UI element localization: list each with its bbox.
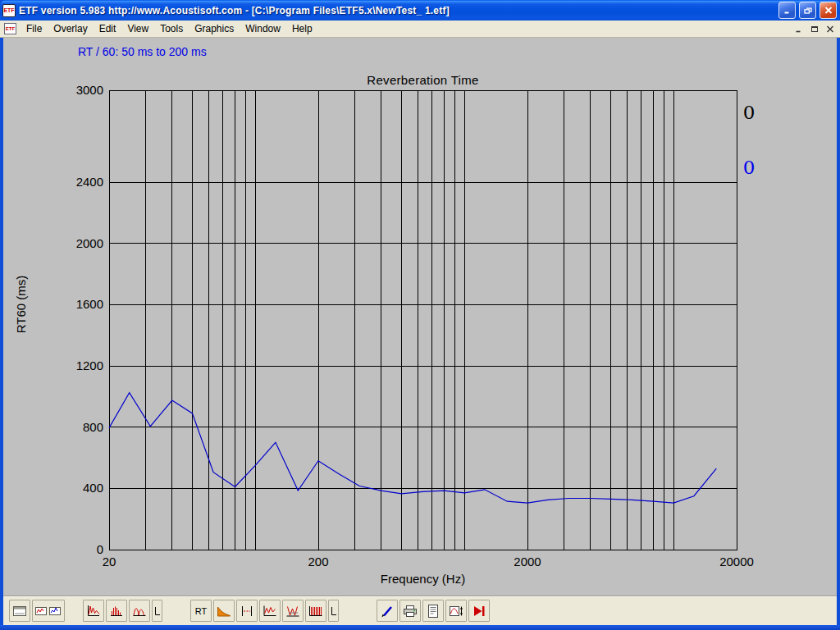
rt60-series-line <box>109 393 716 503</box>
dense-comb-icon <box>308 604 324 619</box>
child-minimize-button[interactable] <box>792 23 806 35</box>
window-bottom-border <box>0 625 840 630</box>
filter-button[interactable] <box>445 600 467 622</box>
x-tick-label: 20000 <box>719 555 754 568</box>
y-tick-label: 400 <box>83 481 103 495</box>
app-icon: ETF <box>2 4 16 17</box>
mini-axis-button-2[interactable] <box>328 600 339 622</box>
printer-icon <box>402 604 418 619</box>
child-window-icon[interactable]: ETF <box>4 23 16 34</box>
minimize-icon <box>783 7 792 14</box>
document-icon <box>425 604 441 619</box>
app-window: ETF ETF version 5.983 http://www.Acousti… <box>0 0 840 630</box>
rt60-button[interactable]: RT <box>190 600 212 622</box>
minimize-button[interactable] <box>778 2 796 19</box>
mini-axis-icon <box>330 604 337 619</box>
menu-help[interactable]: Help <box>286 21 318 37</box>
titlebar[interactable]: ETF ETF version 5.983 http://www.Acousti… <box>0 0 840 21</box>
notes-button[interactable] <box>422 600 444 622</box>
pencil-button[interactable] <box>377 600 398 622</box>
plot-border <box>109 90 737 550</box>
menu-window[interactable]: Window <box>240 21 286 37</box>
restore-icon <box>804 7 812 14</box>
decay-curves-button[interactable] <box>129 600 150 622</box>
restore-button[interactable] <box>799 2 816 19</box>
waterfall-icon <box>285 604 301 619</box>
dense-comb-button[interactable] <box>305 600 326 622</box>
mini-window-icon <box>11 604 28 619</box>
child-restore-icon <box>810 25 819 33</box>
mini-axis-icon <box>153 604 161 619</box>
menu-tools[interactable]: Tools <box>154 21 189 37</box>
x-tick-label: 20 <box>103 555 116 568</box>
zigzag-button[interactable] <box>259 600 281 622</box>
spectrum-icon <box>216 604 232 619</box>
child-close-button[interactable] <box>823 23 838 35</box>
impulse-icon <box>85 604 102 619</box>
comb-icon <box>108 604 125 619</box>
y-tick-label: 800 <box>83 420 103 434</box>
dual-display-icon <box>34 604 62 619</box>
y-tick-label: 2400 <box>76 175 103 189</box>
print-button[interactable] <box>399 600 421 622</box>
mini-window-button[interactable] <box>9 600 30 622</box>
menubar: ETF File Overlay Edit View Tools Graphic… <box>0 21 840 38</box>
menu-file[interactable]: File <box>21 21 48 37</box>
y-tick-label: 1600 <box>76 297 103 311</box>
menu-overlay[interactable]: Overlay <box>48 21 93 37</box>
y-tick-label: 2000 <box>76 236 103 250</box>
chart-area: RT / 60: 50 ms to 200 ms Reverberation T… <box>3 38 837 596</box>
mini-axis-button-1[interactable] <box>152 600 162 622</box>
spectrum-button[interactable] <box>213 600 235 622</box>
menu-view[interactable]: View <box>121 21 154 37</box>
window-title: ETF version 5.983 http://www.Acoustisoft… <box>19 5 775 16</box>
impulse-response-button[interactable] <box>83 600 104 622</box>
comb-filter-button[interactable] <box>106 600 127 622</box>
play-button[interactable] <box>468 600 490 622</box>
gate-icon <box>239 604 255 619</box>
menu-graphics[interactable]: Graphics <box>189 21 240 37</box>
y-tick-label: 1200 <box>76 358 103 372</box>
pencil-icon <box>379 604 395 619</box>
close-icon <box>824 7 833 14</box>
x-tick-label: 2000 <box>514 555 541 568</box>
gate-button[interactable] <box>236 600 258 622</box>
chart-canvas[interactable]: 0400800120016002000240030002020020002000… <box>3 38 837 596</box>
child-close-icon <box>826 25 834 33</box>
close-button[interactable] <box>819 2 837 19</box>
waterfall-button[interactable] <box>282 600 304 622</box>
play-icon <box>471 604 487 619</box>
bottom-toolbar: RT <box>3 596 837 625</box>
filter-icon <box>448 604 464 619</box>
decay-curves-icon <box>131 604 148 619</box>
y-tick-label: 3000 <box>76 83 103 97</box>
menu-edit[interactable]: Edit <box>94 21 122 37</box>
zigzag-icon <box>262 604 278 619</box>
x-tick-label: 200 <box>308 555 328 568</box>
child-minimize-icon <box>795 25 803 33</box>
child-restore-button[interactable] <box>807 23 822 35</box>
dual-display-button[interactable] <box>32 600 65 622</box>
